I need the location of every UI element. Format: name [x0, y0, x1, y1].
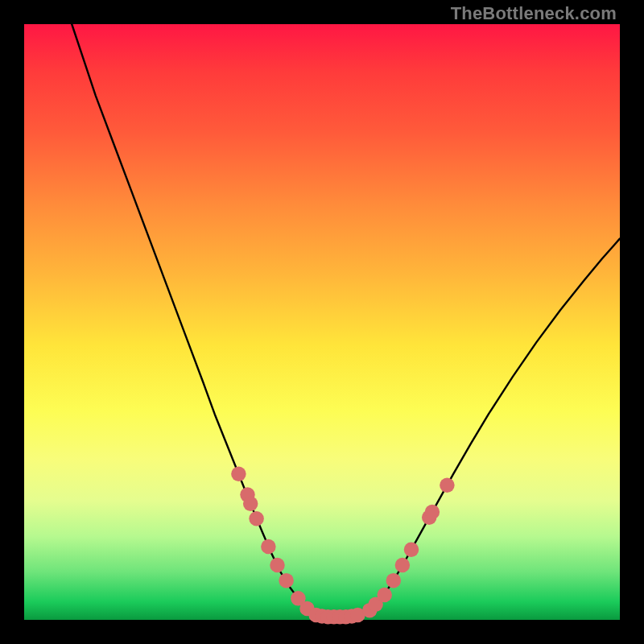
data-point — [270, 558, 285, 573]
chart-svg — [24, 24, 620, 620]
curve-group — [72, 24, 620, 617]
data-point — [425, 505, 440, 520]
data-point — [395, 558, 411, 573]
data-point — [231, 466, 246, 481]
data-point — [243, 496, 258, 511]
bottleneck-curve — [72, 24, 620, 617]
data-point — [440, 478, 455, 493]
data-point — [386, 573, 402, 588]
data-point — [261, 539, 276, 555]
data-point — [404, 542, 419, 557]
marker-group — [231, 466, 455, 624]
data-point — [377, 588, 392, 603]
watermark-text: TheBottleneck.com — [451, 3, 617, 24]
data-point — [249, 511, 264, 526]
data-point — [279, 573, 294, 588]
